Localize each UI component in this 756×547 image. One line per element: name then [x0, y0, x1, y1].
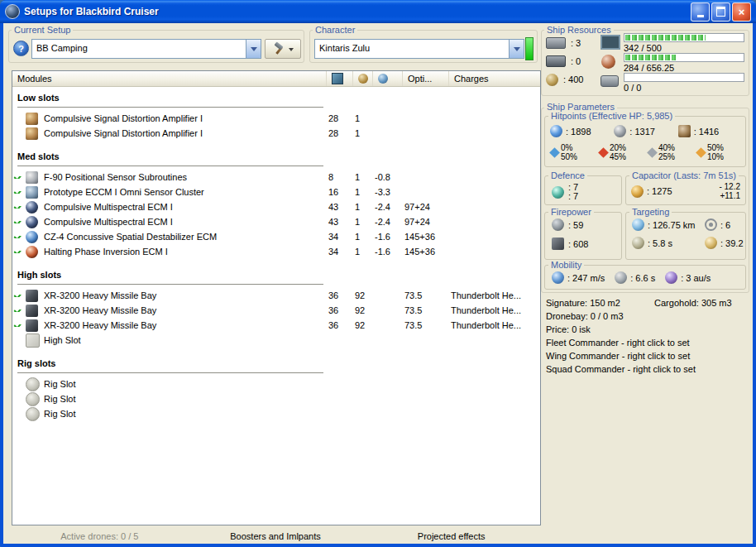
slot-group-title: Med slots	[17, 151, 60, 161]
slot-group-header: Low slots	[17, 93, 323, 108]
powergrid-column-header[interactable]	[353, 71, 373, 86]
modules-column-header[interactable]: Modules	[12, 71, 327, 86]
capacitor-balance: - 12.2+11.1	[719, 182, 740, 200]
empty-rig-slot-icon	[26, 392, 40, 406]
missile-launcher-icon	[26, 305, 38, 317]
minimize-button[interactable]	[691, 2, 710, 22]
module-cap-use: -3.3	[373, 187, 403, 197]
module-name: Compulsive Signal Distortion Amplifier I	[44, 128, 327, 138]
empty-rig-slot-icon	[26, 377, 40, 391]
capacitor-label: Capacitor (Lasts: 7m 51s)	[629, 170, 739, 181]
active-drones-tab[interactable]: Active drones: 0 / 5	[12, 531, 188, 541]
module-icon-cell	[24, 201, 44, 214]
module-active-check-icon	[12, 295, 24, 297]
module-icon-cell	[24, 407, 44, 421]
module-row[interactable]: Halting Phase Inversion ECM I341-1.6145+…	[12, 244, 540, 259]
module-row[interactable]: XR-3200 Heavy Missile Bay369273.5Thunder…	[12, 303, 540, 318]
ship-parameters-label: Ship Parameters	[544, 102, 617, 112]
defence-label: Defence	[548, 170, 587, 181]
cpu-usage: 342 / 500	[624, 33, 744, 53]
module-row[interactable]: Compulsive Signal Distortion Amplifier I…	[12, 126, 540, 141]
signature-cargo-line: Signature: 150 m2 Cargohold: 305 m3	[546, 296, 732, 309]
close-button[interactable]: ×	[732, 2, 751, 22]
module-cpu: 28	[327, 113, 353, 123]
maximize-button[interactable]	[711, 2, 730, 22]
modules-table-header: Modules Opti... Charges	[12, 71, 540, 87]
module-row[interactable]: Compulsive Multispectral ECM I431-2.497+…	[12, 214, 540, 229]
calibration-value: : 400	[563, 74, 583, 84]
cpu-column-header[interactable]	[327, 71, 353, 86]
setup-tools-button[interactable]	[265, 39, 301, 59]
warp-speed: : 3 au/s	[665, 271, 711, 284]
empty-slot-row[interactable]: Rig Slot	[12, 391, 540, 406]
module-row[interactable]: Compulsive Signal Distortion Amplifier I…	[12, 111, 540, 126]
module-row[interactable]: CZ-4 Concussive Spatial Destabilizer ECM…	[12, 229, 540, 244]
modules-list: Low slotsCompulsive Signal Distortion Am…	[12, 87, 540, 526]
empty-rig-slot-icon	[26, 407, 40, 421]
cpu-bar	[624, 33, 744, 42]
scan-resolution-icon	[632, 237, 644, 249]
titlebar[interactable]: Setups for Blackbird Cruiser ×	[0, 0, 756, 23]
help-button[interactable]: ?	[13, 41, 29, 56]
module-row[interactable]: Prototype ECCM I Omni Sensor Cluster161-…	[12, 185, 540, 199]
setup-combo-arrow-icon[interactable]	[246, 40, 261, 58]
calibration-icon	[546, 74, 558, 86]
agility-value: : 6.6 s	[630, 273, 655, 283]
module-cpu: 36	[327, 320, 353, 330]
boosters-implants-tab[interactable]: Boosters and Imlpants	[188, 531, 364, 541]
module-cpu: 36	[327, 305, 353, 315]
charges-column-header[interactable]: Charges	[449, 71, 540, 86]
signal-amplifier-icon	[26, 127, 38, 140]
module-icon-cell	[24, 216, 44, 228]
ecm-multispectral-icon	[26, 201, 38, 214]
wing-commander-slot[interactable]: Wing Commander - right click to set	[546, 349, 732, 362]
capacitor-drain-value: - 12.2	[719, 182, 740, 191]
module-row[interactable]: F-90 Positional Sensor Subroutines81-0.8	[12, 170, 540, 185]
optimal-column-header[interactable]: Opti...	[403, 71, 449, 86]
hitpoints-label: Hitpoints (Effective HP: 5,985)	[548, 111, 675, 122]
module-icon-cell	[24, 319, 44, 332]
empty-slot-row[interactable]: Rig Slot	[12, 377, 540, 391]
empty-slot-row[interactable]: Rig Slot	[12, 406, 540, 421]
module-powergrid: 1	[353, 113, 373, 123]
turret-hardpoints-value: : 3	[571, 38, 581, 48]
empty-slot-row[interactable]: High Slot	[12, 333, 540, 348]
character-combo[interactable]: Kintaris Zulu	[314, 39, 524, 59]
projected-effects-tab[interactable]: Projected effects	[363, 531, 539, 541]
module-icon-cell	[24, 113, 44, 125]
module-name: CZ-4 Concussive Spatial Destabilizer ECM	[44, 232, 327, 242]
module-row[interactable]: Compulsive Multispectral ECM I431-2.497+…	[12, 199, 540, 214]
capacitor-recharge-value: +11.1	[719, 191, 740, 200]
module-icon-cell	[24, 392, 44, 406]
module-powergrid: 1	[353, 217, 373, 227]
kinetic-armor-resist: 25%	[658, 152, 675, 161]
module-row[interactable]: XR-3200 Heavy Missile Bay369273.5Thunder…	[12, 288, 540, 303]
module-cpu: 8	[327, 172, 353, 182]
em-resists: 0%50%	[548, 143, 597, 161]
module-optimal-range: 97+24	[403, 202, 449, 212]
capacitor-column-header[interactable]	[373, 71, 403, 86]
missile-damage-value: : 608	[568, 239, 588, 249]
mobility-panel: Mobility : 247 m/s : 6.6 s : 3 au/s	[544, 265, 746, 290]
minimize-icon	[697, 15, 704, 17]
module-row[interactable]: XR-3200 Heavy Missile Bay369273.5Thunder…	[12, 318, 540, 333]
scan-resolution-value: : 5.8 s	[648, 238, 672, 248]
max-targets-value: : 6	[720, 220, 730, 230]
kinetic-shield-resist: 40%	[658, 143, 675, 152]
maximize-icon	[716, 7, 725, 17]
ship-resources-label: Ship Resources	[544, 25, 614, 35]
app-window: Setups for Blackbird Cruiser × Current S…	[0, 0, 756, 547]
squad-commander-slot[interactable]: Squad Commander - right click to set	[546, 362, 732, 376]
hitpoints-panel: Hitpoints (Effective HP: 5,985) : 1898 :…	[544, 116, 746, 167]
setup-combo[interactable]: BB Camping	[31, 39, 261, 59]
module-active-check-icon	[12, 206, 24, 209]
character-combo-arrow-icon[interactable]	[509, 40, 524, 58]
slot-group-title: Rig slots	[17, 358, 55, 368]
fleet-commander-slot[interactable]: Fleet Commander - right click to set	[546, 336, 732, 349]
slot-group-title: Low slots	[17, 93, 60, 103]
module-cpu: 16	[327, 187, 353, 197]
window-title: Setups for Blackbird Cruiser	[24, 6, 687, 17]
slot-group-header: High slots	[17, 270, 323, 285]
structure-hp: : 1416	[678, 125, 742, 137]
agility: : 6.6 s	[615, 271, 655, 284]
